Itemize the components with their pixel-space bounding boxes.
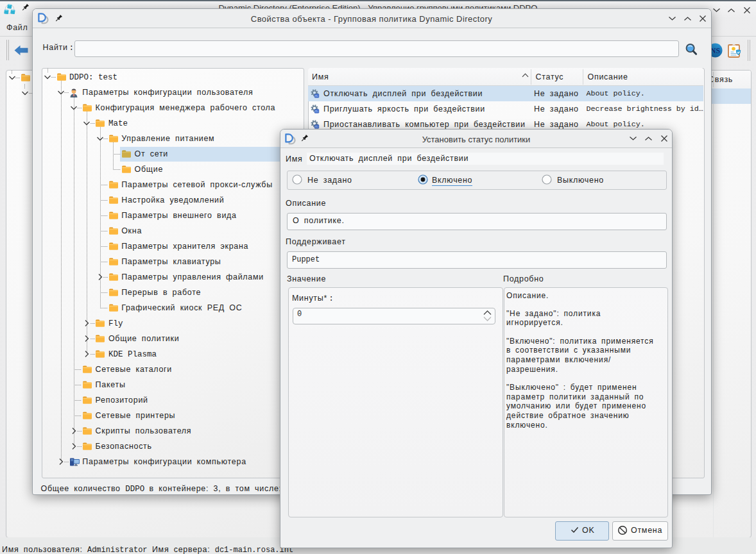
svg-text:NS: NS [710, 46, 721, 55]
